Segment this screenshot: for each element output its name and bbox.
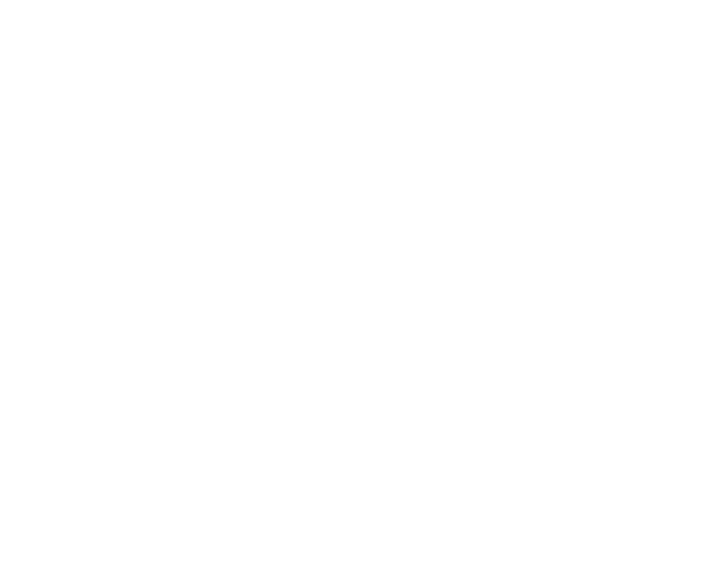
graph-container <box>0 0 711 588</box>
graph-svg <box>0 0 711 588</box>
